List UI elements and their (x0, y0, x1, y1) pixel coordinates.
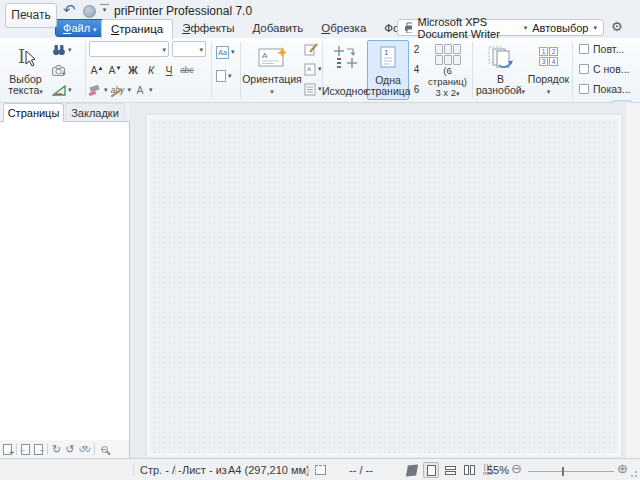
pages-count-2[interactable]: 2 (412, 44, 421, 55)
pages-count-4[interactable]: 4 (412, 64, 421, 75)
page-setup-icon[interactable] (315, 465, 326, 475)
view-3d-icon[interactable] (404, 462, 420, 478)
font-name-combobox[interactable]: ▾ (89, 41, 169, 57)
rotate-ccw-icon[interactable]: ↺ (65, 444, 74, 455)
underline-button[interactable]: Ч (161, 64, 177, 76)
chevron-down-icon[interactable]: ▾ (524, 24, 528, 32)
insert-page-after-icon[interactable]: ← (34, 444, 43, 455)
original-layout-icon (333, 44, 359, 70)
thumbnail-zoom-out-icon[interactable] (101, 446, 108, 453)
chevron-down-icon[interactable]: ▾ (68, 46, 72, 54)
chevron-down-icon[interactable]: ▾ (149, 86, 153, 94)
printer-profile: Автовыбор (532, 22, 588, 34)
window-title: priPrinter Professional 7.0 (114, 4, 252, 18)
italic-button[interactable]: К (143, 64, 159, 76)
rotate-cw-icon[interactable]: ↻ (52, 444, 61, 455)
zoom-out-icon[interactable]: ⊖ (511, 461, 522, 476)
orientation-button[interactable]: A Ориентация▾ (243, 40, 301, 100)
chevron-down-icon[interactable]: ▾ (231, 48, 235, 56)
status-paper-size: A4 (297,210 мм) (228, 463, 310, 477)
snapshot-button[interactable]: + (52, 62, 66, 78)
page-pencil-icon (304, 43, 318, 56)
chevron-down-icon[interactable]: ▾ (104, 86, 108, 94)
grow-font-button[interactable]: А▲ (89, 64, 105, 76)
page-text-button[interactable]: A ▾ (304, 61, 322, 77)
shuffle-label2: разнобой (476, 84, 522, 96)
six-pages-button[interactable]: (6 страниц)3 x 2▾ (424, 40, 471, 100)
sidebar-tab-bookmarks[interactable]: Закладки (65, 103, 125, 122)
select-text-label2: текста (8, 84, 39, 96)
tab-effects[interactable]: Эффекты (173, 19, 243, 38)
page-lines-button[interactable]: ▾ (304, 81, 322, 97)
vertical-scrollbar-track[interactable] (626, 103, 640, 458)
find-button[interactable]: ▾ (52, 42, 72, 58)
text-styles-button[interactable]: Aa ▾ (216, 44, 235, 60)
tab-crop[interactable]: Обрезка (312, 19, 375, 38)
zoom-in-icon[interactable]: ⊕ (617, 461, 628, 476)
new-page-icon[interactable]: + (3, 444, 12, 455)
measure-button[interactable]: ▾ (52, 82, 72, 98)
chevron-down-icon[interactable]: ▾ (593, 24, 597, 32)
repeat-checkbox[interactable]: Повт... (579, 43, 624, 55)
undo-icon[interactable]: ↶ (63, 1, 76, 19)
bold-button[interactable]: Ж (125, 64, 141, 76)
chevron-down-icon[interactable]: ▾ (318, 65, 322, 73)
one-page-icon: 1 (379, 44, 397, 70)
redo-icon[interactable] (83, 5, 96, 18)
status-bar: Стр. - / - Лист - из - A4 (297,210 мм) -… (0, 458, 640, 480)
rotate-180-icon[interactable]: ↺↻ (78, 444, 89, 455)
view-facing-pages-icon[interactable] (461, 462, 477, 478)
chevron-down-icon[interactable]: ▾ (228, 72, 232, 80)
view-mode-switcher: |||mm (404, 462, 496, 478)
window-resize-grip[interactable] (629, 469, 637, 477)
camera-plus-icon: + (52, 65, 66, 76)
text-effects-button[interactable]: aby (111, 85, 125, 95)
printer-icon (404, 22, 412, 33)
chevron-down-icon[interactable]: ▾ (68, 86, 72, 94)
font-color-button[interactable]: А (134, 84, 146, 96)
font-size-combobox[interactable]: ▾ (172, 41, 206, 57)
view-continuous-icon[interactable] (442, 462, 458, 478)
tab-page[interactable]: Страница (101, 19, 173, 39)
preview-canvas (130, 103, 640, 458)
page-letter-icon: A (304, 63, 316, 76)
order-button[interactable]: 1 2 3 4 Порядок▾ (527, 40, 570, 100)
show-checkbox[interactable]: Показ... (579, 83, 631, 95)
zoom-slider[interactable] (528, 471, 614, 472)
page-lines-icon (304, 83, 316, 96)
select-text-button[interactable]: I Выбортекста▾ (3, 40, 48, 100)
from-new-checkbox[interactable]: С нов... (579, 63, 629, 75)
strikethrough-button[interactable]: abc (179, 65, 195, 75)
measure-ruler-icon (52, 84, 66, 96)
edit-page-button[interactable] (304, 41, 318, 57)
status-counter: -- / -- (349, 463, 373, 477)
order-cell-1: 1 (539, 47, 548, 56)
shuffle-button[interactable]: Вразнобой▾ (476, 40, 525, 100)
chevron-down-icon: ▾ (93, 26, 97, 33)
sidebar-tab-pages[interactable]: Страницы (3, 103, 64, 122)
printer-selector[interactable]: Microsoft XPS Document Writer ▾ Автовыбо… (397, 19, 604, 36)
one-page-button[interactable]: 1 Однастраница (367, 40, 409, 100)
file-menu-button[interactable]: Файл▾ (55, 19, 105, 37)
zoom-slider-thumb[interactable] (562, 467, 564, 476)
svg-text:1: 1 (384, 48, 389, 57)
insert-page-before-icon[interactable]: → (21, 444, 30, 455)
print-button[interactable]: Печать (5, 3, 57, 28)
original-label: Исходное (322, 85, 369, 97)
shrink-font-button[interactable]: А▼ (107, 64, 123, 76)
pages-count-6[interactable]: 6 (412, 84, 421, 95)
up-arrow-icon: ▲ (98, 65, 104, 71)
sidebar-toolbar: + → ← ↻ ↺ ↺↻ (0, 440, 130, 458)
chevron-down-icon[interactable]: ▾ (128, 86, 132, 94)
page-template-button[interactable]: ▾ (216, 68, 232, 84)
binoculars-icon (52, 44, 66, 56)
blank-page-icon (216, 70, 226, 82)
view-single-page-icon[interactable] (423, 462, 439, 478)
quick-access-customize-icon[interactable]: ▾ (100, 4, 109, 14)
shrink-font-glyph: А (109, 64, 116, 76)
gear-icon[interactable]: ⚙ (611, 19, 623, 34)
tab-add[interactable]: Добавить (243, 19, 312, 38)
highlighter-icon[interactable] (89, 85, 101, 95)
page-order-icon: 1 2 3 4 (539, 47, 558, 66)
original-layout-button[interactable]: Исходное (325, 40, 366, 100)
